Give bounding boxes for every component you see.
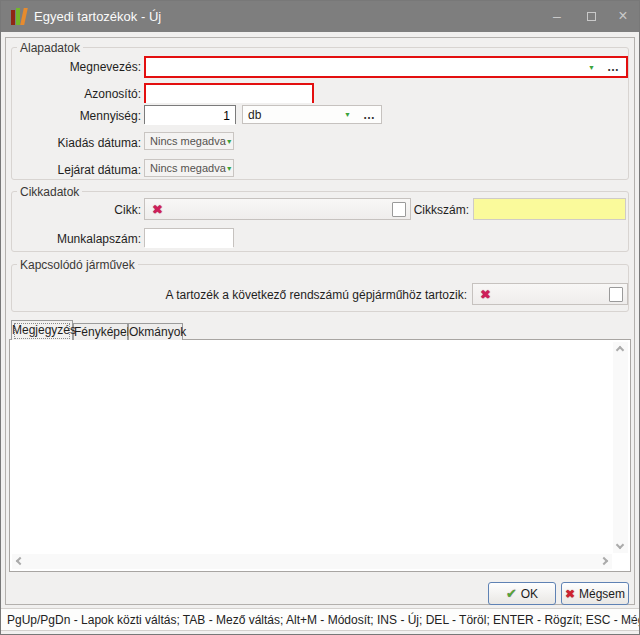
- lejarat-datuma-value: Nincs megadva: [145, 162, 226, 174]
- tab-fenykepek-label: Fényképek: [74, 324, 127, 339]
- window-title: Egyedi tartozékok - Új: [34, 9, 161, 24]
- clear-x-icon[interactable]: ✖: [145, 203, 163, 216]
- chevron-down-icon[interactable]: ▼: [226, 165, 233, 172]
- maximize-button[interactable]: [576, 1, 606, 32]
- azonosito-label: Azonosító:: [11, 87, 141, 101]
- status-bar: PgUp/PgDn - Lapok közti váltás; TAB - Me…: [1, 608, 639, 631]
- azonosito-field[interactable]: [144, 83, 314, 103]
- group-alapadatok-label: Alapadatok: [17, 41, 83, 55]
- titlebar[interactable]: Egyedi tartozékok - Új – ×: [1, 1, 639, 32]
- close-button[interactable]: ×: [608, 1, 638, 32]
- scroll-up-icon[interactable]: [616, 346, 624, 354]
- resize-grip-icon[interactable]: [631, 621, 633, 623]
- azonosito-input[interactable]: [146, 87, 312, 103]
- lookup-window-icon[interactable]: [609, 287, 623, 302]
- cikkszam-input[interactable]: [474, 199, 625, 219]
- jarmu-picker[interactable]: ✖: [472, 283, 628, 305]
- x-icon: ✖: [565, 588, 575, 600]
- ok-button-label: OK: [521, 587, 538, 601]
- megjegyzes-textarea[interactable]: [11, 341, 613, 555]
- jarmu-label: A tartozék a következő rendszámú gépjárm…: [61, 288, 467, 302]
- munkalapszam-label: Munkalapszám:: [11, 232, 141, 246]
- scroll-down-icon[interactable]: [616, 541, 624, 549]
- horizontal-scrollbar[interactable]: [12, 554, 612, 569]
- munkalapszam-field[interactable]: [144, 228, 234, 247]
- megnevezes-combobox[interactable]: ▼ …: [144, 56, 628, 78]
- chevron-down-icon[interactable]: ▼: [226, 138, 233, 145]
- kiadas-datuma-dropdown[interactable]: Nincs megadva ▼: [144, 132, 234, 150]
- lejarat-datuma-label: Lejárat dátuma:: [11, 163, 141, 177]
- tab-page-megjegyzes: [9, 339, 631, 572]
- kiadas-datuma-value: Nincs megadva: [145, 135, 226, 147]
- unit-browse-button[interactable]: …: [363, 109, 376, 121]
- unit-value: db: [243, 108, 344, 122]
- group-cikkadatok-label: Cikkadatok: [17, 185, 82, 199]
- clear-x-icon[interactable]: ✖: [473, 288, 491, 301]
- cancel-button[interactable]: ✖ Mégsem: [561, 582, 629, 605]
- chevron-down-icon[interactable]: ▼: [588, 64, 595, 71]
- vertical-scrollbar[interactable]: [613, 342, 628, 553]
- cikkszam-label: Cikkszám:: [351, 203, 469, 217]
- dialog-window: Egyedi tartozékok - Új – × Alapadatok Me…: [0, 0, 640, 635]
- tab-megjegyzes[interactable]: Megjegyzés: [11, 320, 73, 340]
- maximize-icon: [587, 12, 596, 21]
- scroll-left-icon[interactable]: [16, 557, 24, 565]
- scroll-right-icon[interactable]: [600, 557, 608, 565]
- mennyiseg-label: Mennyiség:: [11, 109, 141, 123]
- app-icon: [11, 8, 29, 25]
- cancel-button-label: Mégsem: [579, 587, 625, 601]
- ok-button[interactable]: ✔ OK: [488, 582, 556, 605]
- unit-combobox[interactable]: db ▼ …: [242, 105, 382, 124]
- check-icon: ✔: [506, 587, 517, 600]
- cikkszam-field[interactable]: [473, 198, 626, 220]
- status-text: PgUp/PgDn - Lapok közti váltás; TAB - Me…: [7, 613, 640, 627]
- megnevezes-label: Megnevezés:: [11, 60, 141, 74]
- mennyiseg-input[interactable]: [145, 108, 235, 125]
- minimize-button[interactable]: –: [542, 1, 572, 32]
- cikk-label: Cikk:: [11, 203, 141, 217]
- kiadas-datuma-label: Kiadás dátuma:: [11, 136, 141, 150]
- tab-fenykepek[interactable]: Fényképek: [73, 323, 128, 340]
- tab-megjegyzes-label: Megjegyzés: [12, 321, 72, 337]
- munkalapszam-input[interactable]: [145, 231, 233, 248]
- megnevezes-input[interactable]: [146, 58, 588, 76]
- tab-okmanyok[interactable]: Okmányok: [128, 323, 183, 340]
- mennyiseg-field[interactable]: [144, 105, 236, 124]
- tab-okmanyok-label: Okmányok: [129, 324, 182, 339]
- megnevezes-browse-button[interactable]: …: [607, 61, 620, 73]
- chevron-down-icon[interactable]: ▼: [344, 111, 351, 118]
- lejarat-datuma-dropdown[interactable]: Nincs megadva ▼: [144, 159, 234, 177]
- group-kapcsolodo-jarmuvek-label: Kapcsolódó járművek: [17, 258, 138, 272]
